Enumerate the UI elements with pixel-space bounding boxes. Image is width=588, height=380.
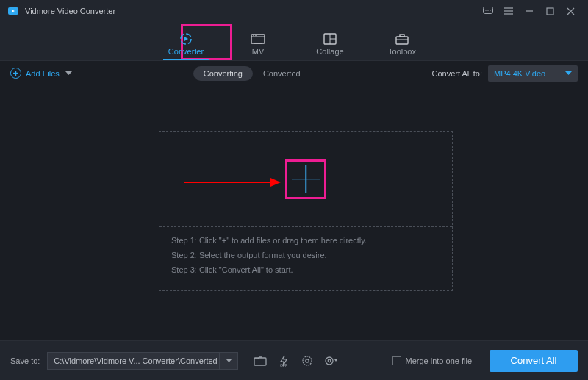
settings-icon[interactable]	[323, 354, 338, 368]
add-plus-icon[interactable]	[292, 165, 320, 193]
svg-rect-23	[396, 37, 408, 44]
tab-label: Converter	[168, 47, 204, 56]
save-path-field: C:\Vidmore\Vidmore V... Converter\Conver…	[47, 352, 219, 370]
close-button[interactable]	[560, 0, 581, 22]
add-files-label: Add Files	[26, 69, 60, 78]
convert-all-to-label: Convert All to:	[432, 69, 482, 78]
annotation-highlight-plus	[285, 159, 326, 199]
add-files-button[interactable]: Add Files	[10, 68, 72, 79]
tab-converter[interactable]: Converter	[163, 32, 209, 60]
svg-point-38	[326, 357, 333, 365]
tab-label: Toolbox	[388, 47, 416, 56]
svg-marker-32	[226, 359, 232, 362]
svg-point-36	[303, 356, 312, 365]
svg-text:OFF: OFF	[280, 363, 287, 367]
main-tabs: Converter MV Collage Toolbox	[0, 22, 588, 60]
app-logo-icon	[7, 5, 19, 17]
window-controls	[478, 0, 581, 22]
save-path-select[interactable]: C:\Vidmore\Vidmore V... Converter\Conver…	[47, 352, 238, 370]
svg-point-37	[306, 359, 309, 362]
instruction-step-2: Step 2: Select the output format you des…	[171, 251, 440, 259]
tab-label: MV	[252, 47, 265, 56]
svg-marker-40	[334, 359, 337, 362]
svg-marker-28	[65, 71, 72, 75]
app-title: Vidmore Video Converter	[25, 7, 478, 15]
maximize-button[interactable]	[539, 0, 560, 22]
plus-circle-icon	[10, 68, 21, 79]
footer: Save to: C:\Vidmore\Vidmore V... Convert…	[0, 340, 588, 380]
high-speed-icon[interactable]	[300, 354, 315, 368]
svg-marker-14	[184, 37, 188, 41]
merge-label: Merge into one file	[406, 356, 473, 365]
chevron-down-icon	[65, 71, 72, 76]
svg-point-18	[255, 35, 256, 36]
svg-point-17	[253, 35, 254, 36]
svg-point-3	[485, 10, 487, 11]
svg-point-5	[490, 10, 491, 11]
convert-all-to: Convert All to: MP4 4K Video	[432, 65, 578, 82]
hardware-accel-icon[interactable]: OFF	[276, 354, 291, 368]
tab-label: Collage	[316, 47, 343, 56]
chevron-down-icon	[565, 71, 572, 76]
menu-icon[interactable]	[498, 0, 519, 22]
save-path-dropdown-button[interactable]	[219, 352, 238, 370]
merge-checkbox[interactable]: Merge into one file	[392, 356, 473, 365]
save-to-label: Save to:	[10, 356, 40, 365]
titlebar: Vidmore Video Converter	[0, 0, 588, 22]
svg-marker-29	[565, 71, 572, 75]
toolbox-icon	[394, 32, 410, 46]
tab-collage[interactable]: Collage	[307, 32, 353, 60]
footer-tool-icons: OFF	[253, 354, 338, 368]
output-format-select[interactable]: MP4 4K Video	[488, 65, 578, 82]
toolbar: Add Files Converting Converted Convert A…	[0, 60, 588, 85]
collage-icon	[322, 32, 338, 46]
content-area: Step 1: Click "+" to add files or drag t…	[0, 85, 588, 331]
open-folder-icon[interactable]	[253, 354, 268, 368]
svg-rect-10	[547, 8, 553, 15]
svg-point-39	[329, 359, 331, 362]
svg-rect-24	[400, 35, 404, 37]
instruction-step-3: Step 3: Click "Convert All" to start.	[171, 265, 440, 274]
sub-tab-converted[interactable]: Converted	[253, 66, 311, 81]
feedback-icon[interactable]	[478, 0, 498, 22]
convert-all-button[interactable]: Convert All	[490, 350, 578, 372]
tab-toolbox[interactable]: Toolbox	[379, 32, 425, 60]
drop-instructions: Step 1: Click "+" to add files or drag t…	[159, 227, 452, 283]
selected-format: MP4 4K Video	[494, 69, 545, 78]
tab-mv[interactable]: MV	[235, 32, 281, 60]
sub-tab-converting[interactable]: Converting	[193, 66, 253, 81]
sub-tabs: Converting Converted	[193, 66, 311, 81]
svg-point-4	[487, 10, 489, 11]
instruction-step-1: Step 1: Click "+" to add files or drag t…	[171, 236, 440, 245]
minimize-button[interactable]	[519, 0, 539, 22]
drop-panel: Step 1: Click "+" to add files or drag t…	[159, 131, 453, 291]
drop-zone[interactable]	[159, 132, 452, 227]
mv-icon	[250, 32, 266, 46]
converter-icon	[178, 32, 194, 46]
checkbox-icon	[392, 356, 401, 365]
